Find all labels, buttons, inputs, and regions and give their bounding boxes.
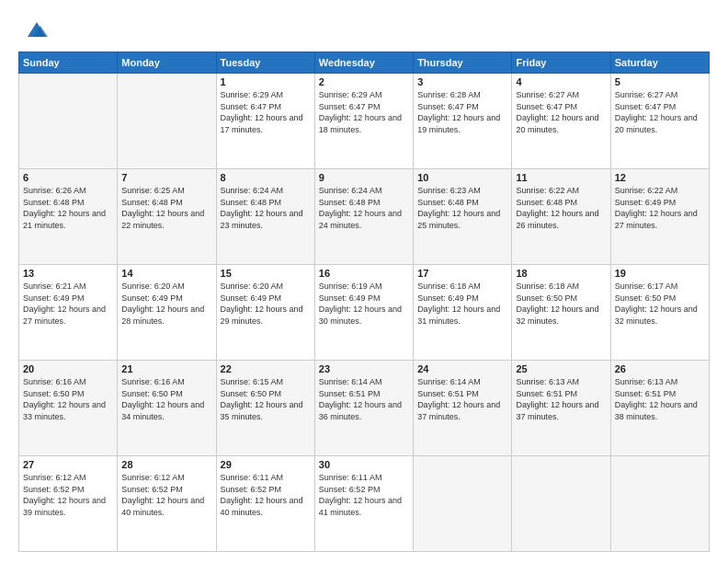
day-number: 25 <box>516 363 606 374</box>
day-number: 19 <box>615 268 705 279</box>
day-number: 17 <box>417 268 507 279</box>
day-header-tuesday: Tuesday <box>216 52 314 74</box>
calendar-day-2: 2Sunrise: 6:29 AMSunset: 6:47 PMDaylight… <box>314 74 413 169</box>
day-info: Sunrise: 6:13 AMSunset: 6:51 PMDaylight:… <box>516 376 606 422</box>
calendar-day-12: 12Sunrise: 6:22 AMSunset: 6:49 PMDayligh… <box>610 169 709 265</box>
day-number: 26 <box>615 363 705 374</box>
day-number: 10 <box>417 172 507 183</box>
calendar-day-8: 8Sunrise: 6:24 AMSunset: 6:48 PMDaylight… <box>216 169 314 265</box>
calendar-day-21: 21Sunrise: 6:16 AMSunset: 6:50 PMDayligh… <box>118 361 216 456</box>
header <box>18 17 710 42</box>
day-info: Sunrise: 6:27 AMSunset: 6:47 PMDaylight:… <box>516 89 606 135</box>
day-info: Sunrise: 6:14 AMSunset: 6:51 PMDaylight:… <box>319 376 409 422</box>
day-number: 6 <box>23 172 113 183</box>
logo-icon <box>24 17 50 42</box>
calendar-week-3: 13Sunrise: 6:21 AMSunset: 6:49 PMDayligh… <box>19 265 710 361</box>
calendar-week-4: 20Sunrise: 6:16 AMSunset: 6:50 PMDayligh… <box>19 361 710 456</box>
day-info: Sunrise: 6:14 AMSunset: 6:51 PMDaylight:… <box>417 376 507 422</box>
calendar-day-5: 5Sunrise: 6:27 AMSunset: 6:47 PMDaylight… <box>610 74 709 169</box>
day-info: Sunrise: 6:16 AMSunset: 6:50 PMDaylight:… <box>23 376 113 422</box>
day-header-saturday: Saturday <box>610 52 709 74</box>
day-number: 5 <box>615 76 705 87</box>
calendar-day-26: 26Sunrise: 6:13 AMSunset: 6:51 PMDayligh… <box>610 361 709 456</box>
day-number: 27 <box>23 459 113 470</box>
day-info: Sunrise: 6:22 AMSunset: 6:49 PMDaylight:… <box>615 185 705 231</box>
day-header-sunday: Sunday <box>19 52 118 74</box>
calendar-day-20: 20Sunrise: 6:16 AMSunset: 6:50 PMDayligh… <box>19 361 118 456</box>
empty-cell <box>610 456 709 552</box>
day-number: 7 <box>121 172 211 183</box>
day-number: 3 <box>417 76 507 87</box>
calendar-day-15: 15Sunrise: 6:20 AMSunset: 6:49 PMDayligh… <box>216 265 314 361</box>
day-number: 21 <box>121 363 211 374</box>
calendar-day-18: 18Sunrise: 6:18 AMSunset: 6:50 PMDayligh… <box>512 265 610 361</box>
empty-cell <box>19 74 118 169</box>
calendar-day-14: 14Sunrise: 6:20 AMSunset: 6:49 PMDayligh… <box>118 265 216 361</box>
day-header-thursday: Thursday <box>414 52 512 74</box>
calendar-day-17: 17Sunrise: 6:18 AMSunset: 6:49 PMDayligh… <box>414 265 512 361</box>
day-info: Sunrise: 6:22 AMSunset: 6:48 PMDaylight:… <box>516 185 606 231</box>
calendar-day-27: 27Sunrise: 6:12 AMSunset: 6:52 PMDayligh… <box>19 456 118 552</box>
day-number: 11 <box>516 172 606 183</box>
day-info: Sunrise: 6:11 AMSunset: 6:52 PMDaylight:… <box>221 472 311 518</box>
day-header-friday: Friday <box>512 52 610 74</box>
day-info: Sunrise: 6:21 AMSunset: 6:49 PMDaylight:… <box>23 281 113 327</box>
calendar-week-1: 1Sunrise: 6:29 AMSunset: 6:47 PMDaylight… <box>19 74 710 169</box>
calendar-day-24: 24Sunrise: 6:14 AMSunset: 6:51 PMDayligh… <box>414 361 512 456</box>
calendar-day-7: 7Sunrise: 6:25 AMSunset: 6:48 PMDaylight… <box>118 169 216 265</box>
day-info: Sunrise: 6:24 AMSunset: 6:48 PMDaylight:… <box>221 185 311 231</box>
calendar-day-9: 9Sunrise: 6:24 AMSunset: 6:48 PMDaylight… <box>314 169 413 265</box>
day-info: Sunrise: 6:11 AMSunset: 6:52 PMDaylight:… <box>319 472 409 518</box>
day-number: 30 <box>319 459 409 470</box>
day-number: 18 <box>516 268 606 279</box>
day-info: Sunrise: 6:17 AMSunset: 6:50 PMDaylight:… <box>615 281 705 327</box>
empty-cell <box>512 456 610 552</box>
calendar: SundayMondayTuesdayWednesdayThursdayFrid… <box>18 52 710 552</box>
calendar-day-6: 6Sunrise: 6:26 AMSunset: 6:48 PMDaylight… <box>19 169 118 265</box>
calendar-day-4: 4Sunrise: 6:27 AMSunset: 6:47 PMDaylight… <box>512 74 610 169</box>
day-number: 9 <box>319 172 409 183</box>
calendar-day-19: 19Sunrise: 6:17 AMSunset: 6:50 PMDayligh… <box>610 265 709 361</box>
calendar-week-5: 27Sunrise: 6:12 AMSunset: 6:52 PMDayligh… <box>19 456 710 552</box>
day-number: 29 <box>221 459 311 470</box>
day-info: Sunrise: 6:13 AMSunset: 6:51 PMDaylight:… <box>615 376 705 422</box>
day-number: 23 <box>319 363 409 374</box>
calendar-header-row: SundayMondayTuesdayWednesdayThursdayFrid… <box>19 52 710 74</box>
page: SundayMondayTuesdayWednesdayThursdayFrid… <box>0 0 728 563</box>
calendar-week-2: 6Sunrise: 6:26 AMSunset: 6:48 PMDaylight… <box>19 169 710 265</box>
day-info: Sunrise: 6:26 AMSunset: 6:48 PMDaylight:… <box>23 185 113 231</box>
day-info: Sunrise: 6:23 AMSunset: 6:48 PMDaylight:… <box>417 185 507 231</box>
day-info: Sunrise: 6:29 AMSunset: 6:47 PMDaylight:… <box>319 89 409 135</box>
day-number: 28 <box>121 459 211 470</box>
calendar-day-29: 29Sunrise: 6:11 AMSunset: 6:52 PMDayligh… <box>216 456 314 552</box>
day-number: 4 <box>516 76 606 87</box>
day-info: Sunrise: 6:18 AMSunset: 6:49 PMDaylight:… <box>417 281 507 327</box>
day-header-monday: Monday <box>118 52 216 74</box>
empty-cell <box>414 456 512 552</box>
day-info: Sunrise: 6:19 AMSunset: 6:49 PMDaylight:… <box>319 281 409 327</box>
calendar-day-16: 16Sunrise: 6:19 AMSunset: 6:49 PMDayligh… <box>314 265 413 361</box>
day-number: 8 <box>221 172 311 183</box>
calendar-day-13: 13Sunrise: 6:21 AMSunset: 6:49 PMDayligh… <box>19 265 118 361</box>
calendar-day-10: 10Sunrise: 6:23 AMSunset: 6:48 PMDayligh… <box>414 169 512 265</box>
day-number: 20 <box>23 363 113 374</box>
day-info: Sunrise: 6:12 AMSunset: 6:52 PMDaylight:… <box>23 472 113 518</box>
day-number: 2 <box>319 76 409 87</box>
day-info: Sunrise: 6:24 AMSunset: 6:48 PMDaylight:… <box>319 185 409 231</box>
day-number: 13 <box>23 268 113 279</box>
empty-cell <box>118 74 216 169</box>
calendar-day-30: 30Sunrise: 6:11 AMSunset: 6:52 PMDayligh… <box>314 456 413 552</box>
day-number: 14 <box>121 268 211 279</box>
day-info: Sunrise: 6:29 AMSunset: 6:47 PMDaylight:… <box>221 89 311 135</box>
day-info: Sunrise: 6:20 AMSunset: 6:49 PMDaylight:… <box>221 281 311 327</box>
calendar-day-22: 22Sunrise: 6:15 AMSunset: 6:50 PMDayligh… <box>216 361 314 456</box>
logo <box>18 17 50 42</box>
calendar-day-28: 28Sunrise: 6:12 AMSunset: 6:52 PMDayligh… <box>118 456 216 552</box>
calendar-day-23: 23Sunrise: 6:14 AMSunset: 6:51 PMDayligh… <box>314 361 413 456</box>
calendar-day-11: 11Sunrise: 6:22 AMSunset: 6:48 PMDayligh… <box>512 169 610 265</box>
day-info: Sunrise: 6:18 AMSunset: 6:50 PMDaylight:… <box>516 281 606 327</box>
day-info: Sunrise: 6:27 AMSunset: 6:47 PMDaylight:… <box>615 89 705 135</box>
day-number: 12 <box>615 172 705 183</box>
day-info: Sunrise: 6:20 AMSunset: 6:49 PMDaylight:… <box>121 281 211 327</box>
day-header-wednesday: Wednesday <box>314 52 413 74</box>
